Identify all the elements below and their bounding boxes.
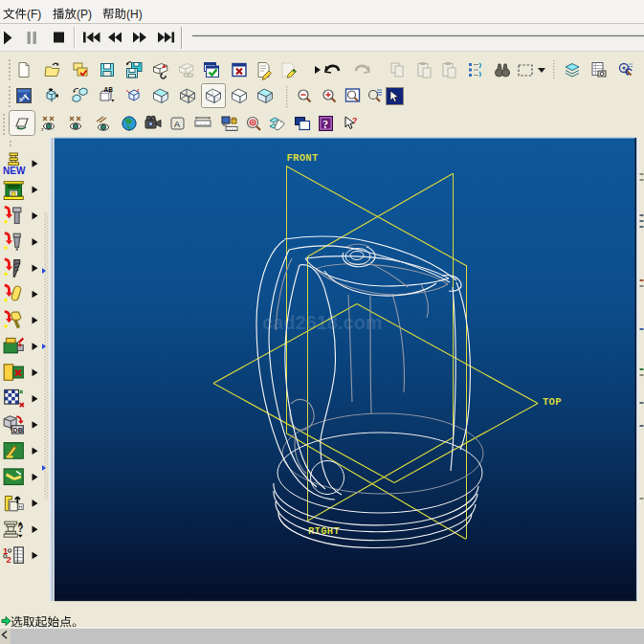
svg-text:(F): (F) (27, 8, 41, 21)
svg-text:AB: AB (104, 86, 114, 93)
svg-text:DB: DB (13, 427, 23, 434)
svg-text:(P): (P) (77, 8, 92, 21)
svg-text:NEW: NEW (3, 166, 26, 176)
svg-text:A: A (174, 120, 180, 129)
svg-text:H: H (19, 504, 23, 510)
svg-text:FRONT: FRONT (287, 152, 319, 164)
svg-text:(H): (H) (126, 8, 143, 21)
svg-text:TOP: TOP (543, 396, 562, 408)
svg-text:?: ? (352, 116, 358, 125)
svg-text:?: ? (322, 119, 328, 130)
svg-text:?: ? (17, 523, 23, 534)
